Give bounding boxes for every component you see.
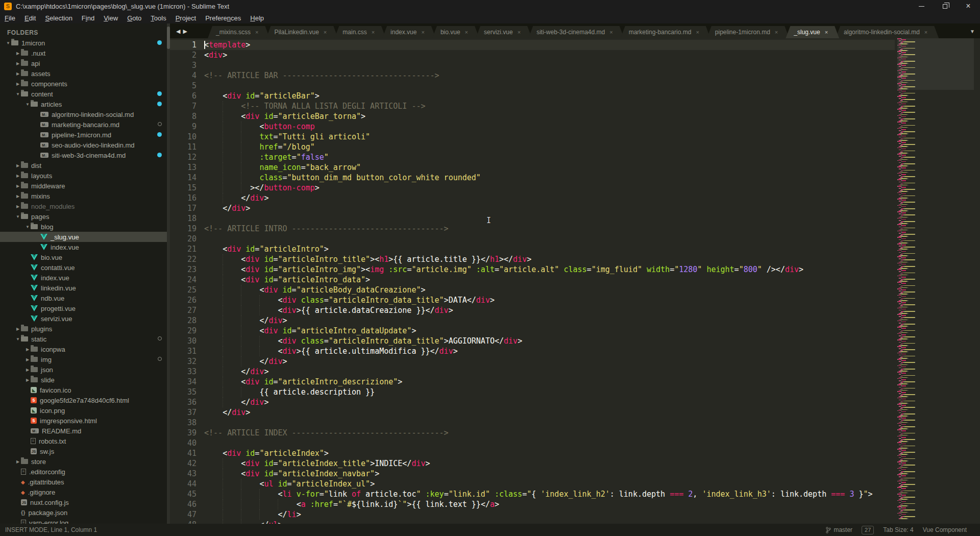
tree-file-algoritmo-linkedin-social.md[interactable]: M↓algoritmo-linkedin-social.md [0,109,167,119]
tree-folder-mixins[interactable]: ▶mixins [0,191,167,201]
minimap[interactable] [897,38,974,524]
menu-project[interactable]: Project [171,13,201,23]
menu-preferences[interactable]: Preferences [201,13,246,23]
tab-siti-web-3d-cinema4d.md[interactable]: siti-web-3d-cinema4d.md× [528,26,624,38]
tree-file-sw.js[interactable]: JSsw.js [0,446,167,456]
tree-folder-components[interactable]: ▶components [0,79,167,89]
tree-file-.editorconfig[interactable]: ≡.editorconfig [0,467,167,477]
tab-close-icon[interactable]: × [825,29,828,35]
minimap-viewport[interactable] [897,38,974,90]
tree-folder-iconpwa[interactable]: ▶iconpwa [0,344,167,354]
tree-file-seo-audio-video-linkedin.md[interactable]: M↓seo-audio-video-linkedin.md [0,140,167,150]
tree-file-README.md[interactable]: M↓README.md [0,426,167,436]
tree-folder-.nuxt[interactable]: ▶.nuxt [0,48,167,58]
tab-marketing-bancario.md[interactable]: marketing-bancario.md× [621,26,710,38]
tab-close-icon[interactable]: × [465,29,468,35]
tree-file-pipeline-1micron.md[interactable]: M↓pipeline-1micron.md [0,130,167,140]
close-button[interactable]: × [957,0,980,12]
menu-goto[interactable]: Goto [122,13,146,23]
tree-folder-1micron[interactable]: ▼1micron [0,38,167,48]
tree-file-contatti.vue[interactable]: contatti.vue [0,262,167,273]
tree-folder-api[interactable]: ▶api [0,58,167,68]
forward-icon[interactable]: ▶ [183,28,188,34]
tab-close-icon[interactable]: × [324,29,327,35]
git-branch-status[interactable]: master [826,526,852,533]
tree-file-google5fd2e7a748d40cf6.html[interactable]: 5google5fd2e7a748d40cf6.html [0,395,167,405]
tab-pipeline-1micron.md[interactable]: pipeline-1micron.md× [707,26,789,38]
tree-file-ndb.vue[interactable]: ndb.vue [0,293,167,303]
tree-file-index.vue[interactable]: index.vue [0,273,167,283]
syntax-status[interactable]: Vue Component [923,526,967,533]
tree-folder-plugins[interactable]: ▶plugins [0,324,167,334]
editor[interactable]: 1<template>2<div>34<!-- ARTICLE BAR ----… [170,38,980,524]
tab-_mixins.scss[interactable]: _mixins.scss× [208,26,270,38]
tree-file-siti-web-3d-cinema4d.md[interactable]: M↓siti-web-3d-cinema4d.md [0,150,167,160]
tree-item-label: README.md [42,427,81,435]
tab-main.css[interactable]: main.css× [334,26,386,38]
tree-file-bio.vue[interactable]: bio.vue [0,252,167,262]
restore-button[interactable] [933,0,957,12]
tree-file-robots.txt[interactable]: ≡robots.txt [0,436,167,446]
menu-file[interactable]: File [0,13,20,23]
tree-file-package.json[interactable]: {}package.json [0,507,167,518]
tree-folder-node_modules[interactable]: ▶node_modules [0,201,167,211]
tab-algoritmo-linkedin-social.md[interactable]: algoritmo-linkedin-social.md× [836,26,939,38]
tree-folder-pages[interactable]: ▼pages [0,211,167,222]
tab-close-icon[interactable]: × [609,29,612,35]
tree-folder-blog[interactable]: ▼blog [0,222,167,232]
menu-view[interactable]: View [99,13,122,23]
tree-folder-slide[interactable]: ▶slide [0,375,167,385]
tab-PilaLinkedin.vue[interactable]: PilaLinkedin.vue× [266,26,338,38]
menu-find[interactable]: Find [77,13,99,23]
nav-history-arrows[interactable]: ◀ ▶ [176,28,188,35]
tree-file-yarn-error.log[interactable]: ≡yarn-error.log [0,518,167,524]
tree-folder-content[interactable]: ▼content [0,89,167,99]
menu-selection[interactable]: Selection [40,13,77,23]
tree-file-imgresponsive.html[interactable]: 5imgresponsive.html [0,416,167,426]
line-number: 4 [170,70,197,81]
folder-icon [21,61,28,66]
tree-file-marketing-bancario.md[interactable]: M↓marketing-bancario.md [0,119,167,130]
tab-close-icon[interactable]: × [924,29,927,35]
tree-file-progetti.vue[interactable]: progetti.vue [0,303,167,313]
tab-index.vue[interactable]: index.vue× [382,26,436,38]
tree-file-.gitattributes[interactable]: ◆.gitattributes [0,477,167,487]
tab-bio.vue[interactable]: bio.vue× [432,26,479,38]
menu-help[interactable]: Help [246,13,268,23]
tree-file-index.vue[interactable]: index.vue [0,242,167,252]
tree-folder-dist[interactable]: ▶dist [0,160,167,170]
back-icon[interactable]: ◀ [176,28,181,34]
tree-file-nuxt.config.js[interactable]: JSnuxt.config.js [0,497,167,507]
tab-_slug.vue[interactable]: _slug.vue× [786,26,839,38]
tree-folder-layouts[interactable]: ▶layouts [0,170,167,181]
folder-icon [21,193,28,199]
tab-close-icon[interactable]: × [255,29,258,35]
tree-folder-articles[interactable]: ▼articles [0,99,167,109]
tab-servizi.vue[interactable]: servizi.vue× [476,26,532,38]
minimize-button[interactable] [910,0,933,12]
tab-close-icon[interactable]: × [372,29,375,35]
tree-folder-store[interactable]: ▶store [0,456,167,467]
tab-overflow-icon[interactable]: ▼ [970,29,975,34]
menu-tools[interactable]: Tools [146,13,170,23]
tree-file-.gitignore[interactable]: ◆.gitignore [0,487,167,497]
tree-folder-json[interactable]: ▶json [0,364,167,375]
tree-folder-assets[interactable]: ▶assets [0,68,167,79]
tree-folder-middleware[interactable]: ▶middleware [0,181,167,191]
tab-size-status[interactable]: Tab Size: 4 [883,526,913,533]
tree-folder-static[interactable]: ▼static [0,334,167,344]
tree-file-linkedin.vue[interactable]: linkedin.vue [0,283,167,293]
tree-file-servizi.vue[interactable]: servizi.vue [0,313,167,324]
code-line-46: 46 <a :href="`#${link.id}`">{{ link.text… [170,499,895,509]
tab-close-icon[interactable]: × [696,29,699,35]
tree-item-label: siti-web-3d-cinema4d.md [52,152,126,159]
tree-folder-img[interactable]: ▶img [0,354,167,364]
tree-file-_slug.vue[interactable]: _slug.vue [0,232,167,242]
menu-edit[interactable]: Edit [20,13,40,23]
tree-item-label: yarn-error.log [29,519,68,524]
tab-close-icon[interactable]: × [421,29,424,35]
tree-file-icon.png[interactable]: ◣icon.png [0,405,167,416]
tab-close-icon[interactable]: × [518,29,521,35]
tab-close-icon[interactable]: × [775,29,778,35]
tree-file-favicon.ico[interactable]: ◣favicon.ico [0,385,167,395]
